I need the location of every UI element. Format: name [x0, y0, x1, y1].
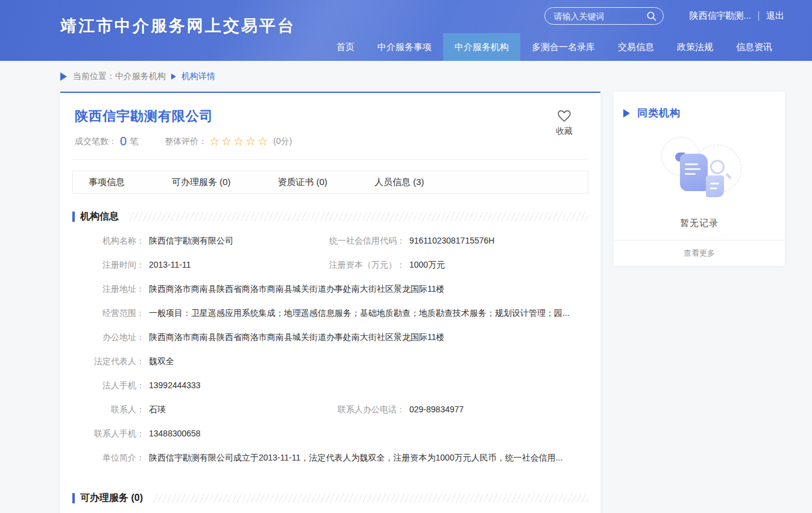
nav-item-policies[interactable]: 政策法规 — [666, 33, 725, 61]
org-info-title: 机构信息 — [80, 210, 119, 223]
field-label: 注册地址： — [72, 284, 145, 295]
logout-link[interactable]: 退出 — [766, 10, 784, 22]
field-label: 联系人： — [72, 404, 145, 415]
deals-count: 0 — [120, 134, 127, 148]
magnifier-icon — [710, 160, 725, 174]
field-label: 法人手机： — [72, 380, 145, 391]
field-label: 办公地址： — [72, 332, 145, 343]
nav-item-news[interactable]: 信息资讯 — [725, 33, 784, 61]
org-info-fields: 机构名称： 陕西信宇勘测有限公司 统一社会信用代码： 9161102308171… — [72, 229, 588, 470]
nav-item-home[interactable]: 首页 — [325, 33, 366, 61]
star-icon[interactable]: ☆ — [209, 136, 219, 147]
no-records-text: 暂无记录 — [614, 218, 785, 229]
header-toolbar: 陕西信宇勘测... 退出 — [544, 7, 784, 25]
overall-rating: 整体评价： ☆ ☆ ☆ ☆ ☆ (0分) — [165, 136, 292, 147]
deals-label: 成交笔数： — [75, 136, 117, 147]
office-address-value: 陕西商洛市商南县陕西省商洛市商南县城关街道办事处南大街社区景龙国际11楼 — [149, 332, 445, 343]
deals-unit: 笔 — [130, 136, 138, 147]
company-profile-value: 陕西信宇勘测有限公司成立于2013-11-11，法定代表人为魏双全，注册资本为1… — [149, 453, 562, 464]
view-more-link[interactable]: 查看更多 — [614, 240, 785, 266]
register-address-value: 陕西商洛市商南县陕西省商洛市商南县城关街道办事处南大街社区景龙国际11楼 — [149, 284, 445, 295]
field-label: 注册时间： — [72, 260, 145, 271]
field-row: 注册地址： 陕西商洛市商南县陕西省商洛市商南县城关街道办事处南大街社区景龙国际1… — [72, 277, 588, 301]
field-row: 单位简介： 陕西信宇勘测有限公司成立于2013-11-11，法定代表人为魏双全，… — [72, 446, 588, 470]
empty-state-illustration — [645, 137, 754, 204]
contact-mobile-value: 13488300658 — [149, 429, 201, 438]
document-line — [685, 173, 696, 175]
tab-certificates[interactable]: 资质证书 (0) — [278, 177, 328, 188]
section-arrow-icon — [623, 109, 630, 118]
field-label: 单位简介： — [72, 453, 145, 464]
search-box[interactable] — [544, 7, 664, 25]
field-label: 法定代表人： — [72, 356, 145, 367]
company-header: 陕西信宇勘测有限公司 成交笔数： 0 笔 整体评价： ☆ ☆ ☆ ☆ ☆ (0分… — [72, 93, 588, 160]
rating-label: 整体评价： — [165, 136, 207, 147]
related-orgs-card: 同类机构 暂无记录 查看更多 — [614, 92, 785, 266]
nav-item-service-orgs[interactable]: 中介服务机构 — [443, 33, 520, 61]
nav-item-trade-info[interactable]: 交易信息 — [606, 33, 666, 61]
tab-item-info[interactable]: 事项信息 — [89, 177, 125, 188]
legal-rep-value: 魏双全 — [149, 356, 174, 367]
field-row: 法定代表人： 魏双全 — [72, 350, 588, 374]
site-title: 靖江市中介服务网上交易平台 — [60, 15, 295, 37]
field-label: 经营范围： — [72, 308, 145, 319]
star-icon[interactable]: ☆ — [257, 136, 268, 147]
breadcrumb-current: 机构详情 — [181, 71, 215, 82]
register-capital-value: 1000万元 — [409, 260, 445, 271]
detail-tabs: 事项信息 可办理服务 (0) 资质证书 (0) 人员信息 (3) — [72, 171, 588, 194]
favorite-button[interactable]: 收藏 — [556, 109, 573, 137]
section-accent-bar — [72, 212, 75, 222]
star-icon[interactable]: ☆ — [245, 136, 256, 147]
star-icon[interactable]: ☆ — [221, 136, 231, 147]
breadcrumb-prefix: 当前位置： — [73, 71, 115, 82]
business-scope-value: 一般项目：卫星遥感应用系统集成；地理遥感信息服务；基础地质勘查；地质勘查技术服务… — [149, 308, 570, 319]
tab-personnel[interactable]: 人员信息 (3) — [374, 177, 424, 188]
content-area: 陕西信宇勘测有限公司 成交笔数： 0 笔 整体评价： ☆ ☆ ☆ ☆ ☆ (0分… — [0, 92, 812, 513]
rating-score: (0分) — [273, 136, 292, 147]
breadcrumb: 当前位置： 中介服务机构 机构详情 — [0, 61, 812, 92]
field-label: 注册资本（万元）： — [326, 260, 405, 271]
credit-code-value: 91611023081715576H — [409, 236, 494, 245]
heart-icon — [556, 109, 572, 123]
user-name[interactable]: 陕西信宇勘测... — [689, 10, 751, 22]
header-divider — [758, 11, 759, 20]
field-label: 联系人办公电话： — [326, 404, 405, 415]
field-row: 办公地址： 陕西商洛市商南县陕西省商洛市商南县城关街道办事处南大街社区景龙国际1… — [72, 326, 588, 350]
search-input[interactable] — [553, 11, 646, 21]
field-row: 注册时间： 2013-11-11 注册资本（万元）： 1000万元 — [72, 253, 588, 277]
field-label: 机构名称： — [72, 236, 145, 247]
document-line — [710, 187, 717, 189]
legal-rep-phone-value: 13992444333 — [149, 380, 201, 390]
document-line — [685, 168, 700, 170]
star-icon[interactable]: ☆ — [233, 136, 244, 147]
register-date-value: 2013-11-11 — [149, 260, 191, 269]
nav-item-directory[interactable]: 多测合一名录库 — [520, 33, 606, 61]
small-page-icon — [706, 175, 724, 197]
field-row: 联系人： 石瑛 联系人办公电话： 029-89834977 — [72, 398, 588, 422]
tab-services[interactable]: 可办理服务 (0) — [172, 177, 231, 188]
services-title: 可办理服务 (0) — [80, 492, 143, 505]
field-label: 统一社会信用代码： — [326, 236, 405, 247]
field-label: 联系人手机： — [72, 429, 145, 439]
main-nav: 首页 中介服务事项 中介服务机构 多测合一名录库 交易信息 政策法规 信息资讯 — [325, 33, 784, 61]
document-line — [710, 183, 719, 184]
document-line — [685, 163, 698, 165]
breadcrumb-parent[interactable]: 中介服务机构 — [115, 71, 166, 82]
field-row: 机构名称： 陕西信宇勘测有限公司 统一社会信用代码： 9161102308171… — [72, 229, 588, 253]
site-header: 靖江市中介服务网上交易平台 陕西信宇勘测... 退出 首页 中介服务事项 中介服… — [0, 0, 812, 61]
document-icon — [680, 154, 708, 191]
field-row: 法人手机： 13992444333 — [72, 374, 588, 398]
services-section-header: 可办理服务 (0) — [72, 492, 588, 505]
company-stats: 成交笔数： 0 笔 整体评价： ☆ ☆ ☆ ☆ ☆ (0分) — [75, 134, 586, 148]
section-accent-bar — [72, 493, 75, 503]
org-info-section-header: 机构信息 — [72, 210, 588, 223]
related-orgs-header: 同类机构 — [614, 92, 785, 120]
star-rating: ☆ ☆ ☆ ☆ ☆ — [209, 136, 269, 147]
field-row: 经营范围： 一般项目：卫星遥感应用系统集成；地理遥感信息服务；基础地质勘查；地质… — [72, 301, 588, 326]
nav-item-service-items[interactable]: 中介服务事项 — [366, 33, 443, 61]
breadcrumb-arrow-icon — [60, 72, 67, 81]
field-row: 联系人手机： 13488300658 — [72, 422, 588, 446]
section-stripes-decoration — [128, 212, 588, 221]
org-name-value: 陕西信宇勘测有限公司 — [149, 236, 233, 247]
search-icon[interactable] — [646, 11, 657, 22]
